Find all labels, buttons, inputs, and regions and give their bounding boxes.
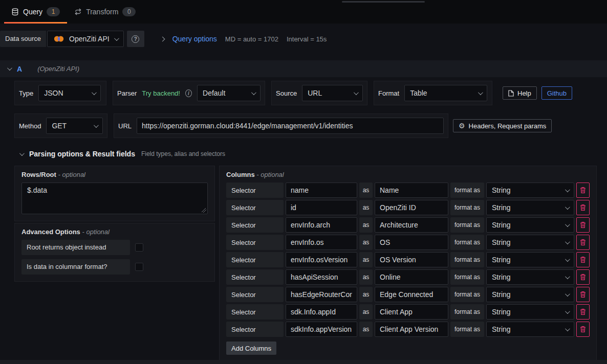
- parsing-section-header[interactable]: Parsing options & Result fields Field ty…: [14, 150, 597, 158]
- selector-chip: Selector: [226, 269, 284, 285]
- as-chip: as: [359, 287, 373, 302]
- selector-chip: Selector: [226, 287, 284, 302]
- chevron-down-icon: [94, 123, 99, 128]
- collapse-chevron-icon: [19, 151, 25, 156]
- alias-input[interactable]: [375, 183, 448, 198]
- type-value: JSON: [44, 89, 63, 97]
- delete-column-button[interactable]: [576, 252, 590, 267]
- alias-input[interactable]: [375, 252, 448, 267]
- column-row: Selector as format as String: [226, 200, 590, 215]
- column-format-select[interactable]: String: [486, 304, 574, 320]
- help-button[interactable]: Help: [503, 86, 537, 100]
- format-as-chip: format as: [450, 252, 484, 267]
- selector-input[interactable]: [286, 183, 357, 198]
- query-row-header[interactable]: A (OpenZiti API): [0, 60, 607, 77]
- query-options-link[interactable]: Query options: [172, 35, 217, 43]
- alias-input[interactable]: [375, 217, 448, 233]
- rows-root-input[interactable]: $.data: [21, 183, 208, 214]
- source-select[interactable]: URL: [302, 85, 363, 101]
- column-format-select[interactable]: String: [486, 252, 574, 267]
- column-format-value: String: [492, 256, 511, 264]
- datasource-name: OpenZiti API: [69, 35, 110, 43]
- column-format-select[interactable]: String: [486, 217, 574, 233]
- alias-input[interactable]: [375, 287, 448, 302]
- selector-chip: Selector: [226, 217, 284, 233]
- column-format-select[interactable]: String: [486, 200, 574, 215]
- chevron-down-icon: [114, 36, 119, 41]
- grafana-query-editor: Query 1 Transform 0 Data source: [0, 0, 607, 364]
- chevron-down-icon: [565, 187, 570, 192]
- advanced-option-row: Is data in columnar format?: [21, 259, 208, 275]
- method-label: Method: [19, 122, 41, 130]
- selector-input[interactable]: [286, 252, 357, 267]
- root-object-checkbox[interactable]: [135, 243, 143, 252]
- selector-input[interactable]: [286, 322, 357, 337]
- selector-input[interactable]: [286, 287, 357, 302]
- column-format-select[interactable]: String: [486, 287, 574, 302]
- selector-chip: Selector: [226, 322, 284, 337]
- tab-transform[interactable]: Transform 0: [67, 0, 143, 24]
- alias-input[interactable]: [375, 322, 448, 337]
- tab-query[interactable]: Query 1: [4, 0, 67, 24]
- column-row: Selector as format as String: [226, 217, 590, 233]
- column-row: Selector as format as String: [226, 322, 590, 337]
- datasource-help-button[interactable]: ?: [127, 31, 144, 47]
- rows-root-panel: Rows/Root - optional $.data: [14, 166, 215, 221]
- column-format-select[interactable]: String: [486, 183, 574, 198]
- type-select[interactable]: JSON: [38, 85, 101, 101]
- column-row: Selector as format as String: [226, 287, 590, 302]
- as-chip: as: [359, 183, 373, 198]
- as-chip: as: [359, 217, 373, 233]
- doc-buttons: Help Github: [503, 86, 572, 100]
- column-format-value: String: [492, 325, 511, 333]
- delete-column-button[interactable]: [576, 235, 590, 250]
- add-columns-button[interactable]: Add Columns: [226, 342, 276, 355]
- column-format-select[interactable]: String: [486, 235, 574, 250]
- alias-input[interactable]: [375, 235, 448, 250]
- datasource-label: Data source: [0, 31, 46, 47]
- delete-column-button[interactable]: [576, 217, 590, 233]
- selector-input[interactable]: [286, 200, 357, 215]
- chevron-down-icon: [565, 204, 570, 210]
- method-url-row: Method GET URL ⚙ Headers, Request params: [14, 113, 597, 138]
- parser-select[interactable]: Default: [197, 85, 261, 101]
- column-format-select[interactable]: String: [486, 322, 574, 337]
- selector-input[interactable]: [286, 217, 357, 233]
- interval-stat: Interval = 15s: [287, 35, 327, 43]
- delete-column-button[interactable]: [576, 287, 590, 302]
- delete-column-button[interactable]: [576, 322, 590, 337]
- columnar-format-checkbox[interactable]: [135, 263, 143, 271]
- column-format-value: String: [492, 186, 511, 194]
- source-label: Source: [276, 89, 297, 97]
- source-value: URL: [308, 89, 322, 97]
- delete-column-button[interactable]: [576, 304, 590, 320]
- method-select[interactable]: GET: [46, 118, 103, 134]
- as-chip: as: [359, 200, 373, 215]
- url-input[interactable]: [137, 118, 444, 134]
- github-button[interactable]: Github: [541, 86, 572, 100]
- selector-input[interactable]: [286, 269, 357, 285]
- selector-input[interactable]: [286, 235, 357, 250]
- as-chip: as: [359, 269, 373, 285]
- gear-icon: ⚙: [459, 122, 465, 129]
- trash-icon: [580, 187, 586, 194]
- alias-input[interactable]: [375, 304, 448, 320]
- left-column: Rows/Root - optional $.data Advanced Opt…: [14, 166, 215, 282]
- chevron-down-icon: [565, 274, 570, 279]
- query-editor-body: Type JSON Parser Try backend! i Default …: [0, 77, 607, 362]
- selector-input[interactable]: [286, 304, 357, 320]
- parsing-subtitle: Field types, alias and selectors: [141, 150, 225, 157]
- alias-input[interactable]: [375, 200, 448, 215]
- format-select[interactable]: Table: [404, 85, 487, 101]
- column-format-select[interactable]: String: [486, 269, 574, 285]
- resize-grip-icon[interactable]: [202, 208, 206, 213]
- delete-column-button[interactable]: [576, 183, 590, 198]
- alias-input[interactable]: [375, 269, 448, 285]
- headers-params-button[interactable]: ⚙ Headers, Request params: [453, 119, 552, 132]
- selector-chip: Selector: [226, 304, 284, 320]
- delete-column-button[interactable]: [576, 200, 590, 215]
- datasource-picker[interactable]: OpenZiti API: [47, 31, 124, 47]
- delete-column-button[interactable]: [576, 269, 590, 285]
- selector-chip: Selector: [226, 252, 284, 267]
- pane-drag-handle[interactable]: [342, 1, 425, 3]
